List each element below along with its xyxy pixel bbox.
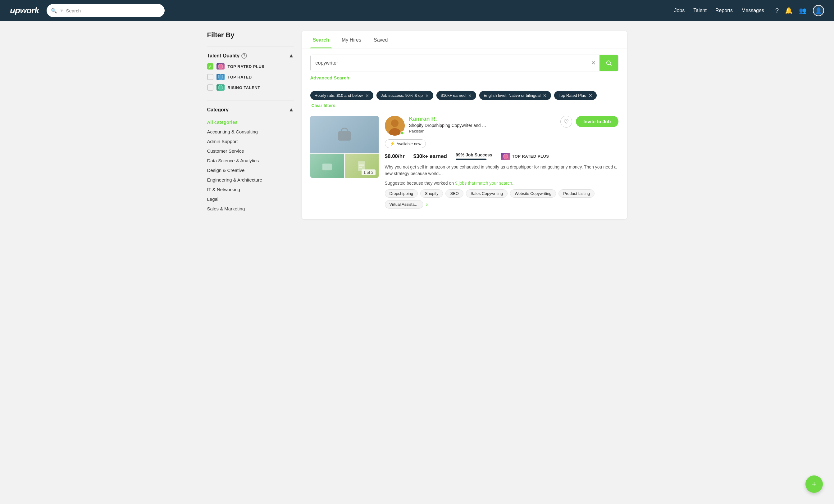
freelancer-name[interactable]: Kamran R. <box>409 116 556 122</box>
advanced-search-link[interactable]: Advanced Search <box>310 75 349 81</box>
skill-tag-sales-copywriting[interactable]: Sales Copywriting <box>466 189 508 198</box>
job-success-wrap: 99% Job Success <box>456 152 492 160</box>
skill-tag-virtual-assistant[interactable]: Virtual Assista… <box>385 200 423 209</box>
team-icon[interactable]: 👥 <box>799 7 807 14</box>
top-rated-plus-badge: TOP RATED PLUS <box>501 153 549 160</box>
suggested-text: Suggested because they worked on 9 jobs … <box>385 181 618 186</box>
search-clear-button[interactable]: ✕ <box>587 60 599 66</box>
skill-tags-more-icon[interactable]: › <box>426 201 428 208</box>
search-go-button[interactable] <box>599 55 618 71</box>
filter-tag-success[interactable]: Job success: 90% & up ✕ <box>376 91 433 100</box>
category-item-customer[interactable]: Customer Service <box>207 146 294 156</box>
skill-tag-product-listing[interactable]: Product Listing <box>558 189 594 198</box>
shield-icon-tr <box>218 74 223 80</box>
header-icons: ? 🔔 👥 👤 <box>775 5 824 16</box>
category-item-accounting[interactable]: Accounting & Consulting <box>207 127 294 137</box>
category-item-design[interactable]: Design & Creative <box>207 165 294 175</box>
header: upwork 🔍 ▾ Jobs Talent Reports Messages … <box>0 0 834 21</box>
job-success-label: 99% Job Success <box>456 152 492 157</box>
nav-talent[interactable]: Talent <box>693 8 707 13</box>
fab-button[interactable]: + <box>806 476 823 493</box>
save-freelancer-button[interactable]: ♡ <box>561 116 572 128</box>
category-header: Category ▲ <box>207 107 294 113</box>
freelancer-country: Pakistan <box>409 129 556 134</box>
filter-tag-earned-remove[interactable]: ✕ <box>468 93 472 98</box>
talent-quality-collapse-icon[interactable]: ▲ <box>289 52 294 59</box>
header-search-input[interactable] <box>66 8 160 13</box>
filter-tag-rate[interactable]: Hourly rate: $10 and below ✕ <box>310 91 373 100</box>
talent-quality-item-rt[interactable]: RISING TALENT <box>207 85 294 91</box>
freelancer-header: Kamran R. Shopify Dropshipping Copywrite… <box>385 116 618 136</box>
filter-tag-english-remove[interactable]: ✕ <box>543 93 547 98</box>
skill-tag-shopify[interactable]: Shopify <box>420 189 443 198</box>
job-success-fill <box>456 159 486 160</box>
talent-quality-help-icon[interactable]: ? <box>241 53 247 59</box>
trp-badge-result-icon <box>501 153 510 160</box>
category-item-legal[interactable]: Legal <box>207 194 294 204</box>
trp-badge-icon <box>217 63 224 70</box>
filter-tag-rate-remove[interactable]: ✕ <box>365 93 369 98</box>
nav-messages[interactable]: Messages <box>742 8 764 13</box>
trp-label: TOP RATED PLUS <box>228 64 265 69</box>
bolt-icon: ⚡ <box>390 141 395 146</box>
freelancer-bio: Why you not get sell in amazon or you ex… <box>385 164 618 177</box>
search-divider: ▾ <box>60 7 63 14</box>
filter-tag-trp-remove[interactable]: ✕ <box>589 93 592 98</box>
filter-tag-english[interactable]: English level: Native or bilingual ✕ <box>479 91 551 100</box>
svg-line-1 <box>610 64 611 66</box>
avatar[interactable]: 👤 <box>813 5 824 16</box>
tr-badge-icon <box>217 74 224 80</box>
filter-tag-trp[interactable]: Top Rated Plus ✕ <box>554 91 596 100</box>
category-item-admin[interactable]: Admin Support <box>207 137 294 146</box>
nav-jobs[interactable]: Jobs <box>674 8 685 13</box>
filter-tags: Hourly rate: $10 and below ✕ Job success… <box>302 87 627 108</box>
skill-tag-dropshipping[interactable]: Dropshipping <box>385 189 418 198</box>
logo[interactable]: upwork <box>10 6 39 16</box>
checkbox-trp[interactable] <box>207 63 213 70</box>
checkbox-tr[interactable] <box>207 74 213 80</box>
talent-quality-header: Talent Quality ? ▲ <box>207 52 294 59</box>
checkbox-rt[interactable] <box>207 85 213 91</box>
portfolio-count: 1 of 2 <box>361 169 375 175</box>
header-search-bar[interactable]: 🔍 ▾ <box>47 4 164 17</box>
clear-filters-link[interactable]: Clear filters <box>311 103 335 108</box>
filter-tag-success-remove[interactable]: ✕ <box>425 93 429 98</box>
trp-badge <box>217 63 224 70</box>
category-item-all[interactable]: All categories <box>207 117 294 127</box>
help-icon[interactable]: ? <box>775 7 779 14</box>
skill-tag-seo[interactable]: SEO <box>445 189 463 198</box>
category-item-data[interactable]: Data Science & Analytics <box>207 156 294 165</box>
nav-reports[interactable]: Reports <box>715 8 733 13</box>
hourly-rate-stat: $8.00/hr <box>385 153 405 160</box>
invite-to-job-button[interactable]: Invite to Job <box>576 116 618 127</box>
svg-point-9 <box>391 119 398 127</box>
category-item-it[interactable]: IT & Networking <box>207 185 294 194</box>
sidebar: Filter By Talent Quality ? ▲ <box>207 31 294 219</box>
rt-badge-icon <box>217 85 224 91</box>
portfolio-img-2 <box>310 154 344 178</box>
talent-quality-title: Talent Quality ? <box>207 53 247 59</box>
avatar-wrap <box>385 116 405 136</box>
tab-search[interactable]: Search <box>310 31 332 48</box>
portfolio-img-1 <box>310 116 379 153</box>
tr-badge <box>217 74 224 80</box>
portfolio-preview[interactable]: 1 of 2 <box>310 116 379 178</box>
main-layout: Filter By Talent Quality ? ▲ <box>200 21 635 229</box>
suggested-jobs-link[interactable]: 9 jobs that match your search. <box>455 181 513 186</box>
filter-tag-earned[interactable]: $10k+ earned ✕ <box>436 91 476 100</box>
talent-quality-item-tr[interactable]: TOP RATED <box>207 74 294 80</box>
main-content: Search My Hires Saved ✕ Advanced Search <box>302 31 627 219</box>
talent-quality-item-trp[interactable]: TOP RATED PLUS <box>207 63 294 70</box>
skill-tags: Dropshipping Shopify SEO Sales Copywriti… <box>385 189 618 209</box>
available-badge: ⚡ Available now <box>385 139 426 148</box>
category-list: All categories Accounting & Consulting A… <box>207 117 294 213</box>
tab-my-hires[interactable]: My Hires <box>339 31 364 48</box>
main-search-input[interactable] <box>311 56 587 70</box>
skill-tag-website-copywriting[interactable]: Website Copywriting <box>510 189 556 198</box>
search-container: ✕ Advanced Search <box>302 48 627 87</box>
category-item-engineering[interactable]: Engineering & Architecture <box>207 175 294 185</box>
notifications-icon[interactable]: 🔔 <box>785 7 793 14</box>
tab-saved[interactable]: Saved <box>371 31 390 48</box>
category-collapse-icon[interactable]: ▲ <box>289 107 294 113</box>
category-item-sales[interactable]: Sales & Marketing <box>207 204 294 213</box>
